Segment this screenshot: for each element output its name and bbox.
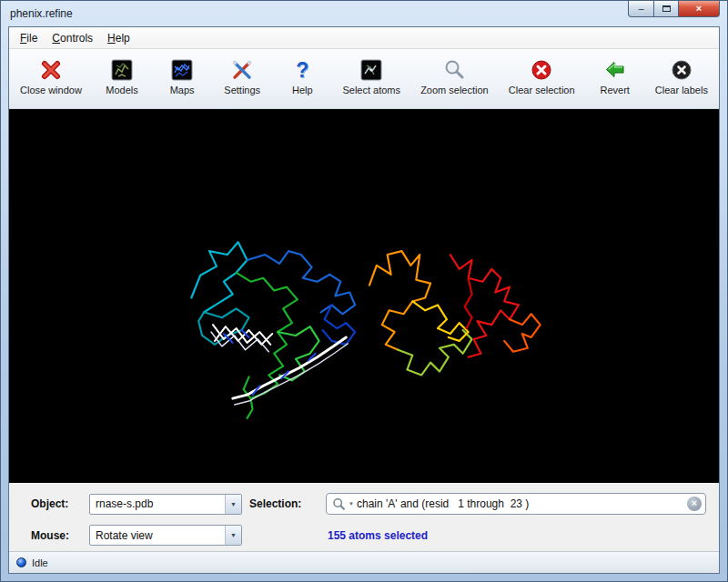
close-button[interactable]: × — [679, 1, 720, 17]
title-bar[interactable]: phenix.refine – × — [1, 1, 727, 26]
app-window: phenix.refine – × File Controls Help Clo… — [0, 0, 728, 582]
chevron-down-icon[interactable]: ▼ — [225, 526, 241, 545]
search-options-chevron-icon[interactable]: ▼ — [349, 501, 354, 507]
window-controls: – × — [628, 1, 720, 17]
toolbar-button-help[interactable]: ? Help — [278, 55, 326, 98]
status-led-icon — [16, 557, 26, 567]
client-area: File Controls Help Close window Models — [8, 26, 720, 574]
toolbar-button-zoom-selection[interactable]: Zoom selection — [417, 55, 492, 98]
toolbar-button-label: Maps — [170, 85, 195, 95]
toolbar-button-clear-selection[interactable]: Clear selection — [505, 55, 579, 98]
menu-bar: File Controls Help — [9, 27, 719, 49]
toolbar-button-label: Settings — [224, 85, 260, 95]
mouse-label: Mouse: — [31, 529, 82, 542]
atoms-selected-text: 155 atoms selected — [326, 529, 710, 542]
molecule-viewport[interactable] — [9, 109, 719, 483]
status-bar: Idle — [9, 551, 719, 573]
clear-selection-icon — [530, 57, 553, 83]
menu-item-label: Help — [107, 32, 130, 45]
toolbar-button-label: Close window — [20, 85, 82, 95]
close-icon: × — [696, 4, 702, 14]
window-title: phenix.refine — [10, 7, 73, 20]
menu-item-help[interactable]: Help — [100, 27, 137, 48]
search-icon — [332, 497, 346, 511]
menu-item-controls[interactable]: Controls — [45, 27, 100, 48]
mouse-dropdown-value: Rotate view — [90, 529, 225, 542]
selection-label: Selection: — [249, 497, 318, 510]
toolbar-button-select-atoms[interactable]: Select atoms — [339, 55, 404, 98]
toolbar-button-label: Help — [292, 85, 313, 95]
settings-icon — [230, 57, 254, 83]
toolbar-button-label: Select atoms — [342, 85, 400, 95]
selection-searchbox[interactable]: ▼ × — [326, 493, 706, 515]
clear-labels-icon — [670, 57, 693, 83]
maximize-button[interactable] — [654, 1, 679, 17]
controls-panel: Object: rnase-s.pdb ▼ Selection: ▼ × Mou… — [9, 483, 719, 551]
object-dropdown-value: rnase-s.pdb — [90, 497, 225, 510]
object-dropdown[interactable]: rnase-s.pdb ▼ — [89, 494, 242, 515]
minimize-button[interactable]: – — [628, 1, 654, 17]
selection-input[interactable] — [357, 497, 684, 510]
toolbar-button-label: Clear selection — [509, 85, 575, 95]
toolbar-button-revert[interactable]: Revert — [592, 55, 639, 98]
toolbar-button-clear-labels[interactable]: Clear labels — [652, 55, 712, 98]
maximize-icon — [662, 5, 671, 12]
zoom-selection-icon — [442, 57, 466, 83]
menu-item-label: Controls — [52, 32, 93, 45]
toolbar: Close window Models Maps Settings — [9, 49, 719, 109]
help-icon: ? — [296, 57, 308, 83]
minimize-icon: – — [638, 4, 643, 14]
maps-icon — [170, 57, 194, 83]
clear-input-icon[interactable]: × — [687, 497, 702, 511]
toolbar-button-maps[interactable]: Maps — [158, 55, 206, 98]
revert-icon — [603, 57, 627, 83]
chevron-down-icon[interactable]: ▼ — [225, 495, 241, 514]
toolbar-button-label: Models — [106, 85, 137, 95]
toolbar-button-settings[interactable]: Settings — [218, 55, 266, 98]
menu-item-label: File — [20, 32, 37, 45]
toolbar-button-close-window[interactable]: Close window — [16, 55, 86, 98]
object-label: Object: — [31, 497, 82, 510]
mouse-dropdown[interactable]: Rotate view ▼ — [89, 525, 242, 546]
close-window-icon — [39, 57, 63, 83]
models-icon — [110, 57, 134, 83]
toolbar-button-label: Clear labels — [655, 85, 708, 95]
molecule-render[interactable] — [9, 109, 719, 483]
menu-item-file[interactable]: File — [13, 27, 45, 48]
toolbar-button-models[interactable]: Models — [98, 55, 146, 98]
select-atoms-icon — [359, 57, 383, 83]
toolbar-button-label: Revert — [601, 85, 630, 95]
toolbar-button-label: Zoom selection — [420, 85, 489, 95]
status-text: Idle — [32, 557, 48, 568]
